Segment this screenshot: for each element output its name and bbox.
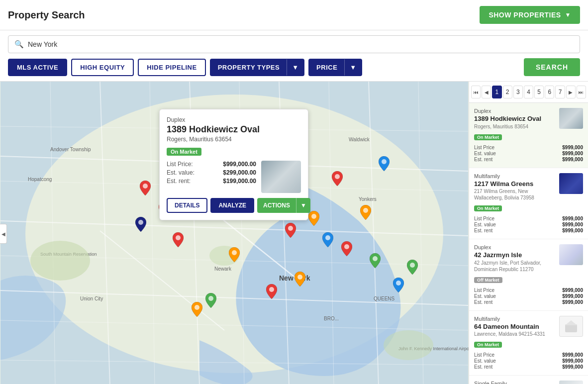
show-properties-button[interactable]: SHOW PROPERTIES ▼ <box>480 6 580 24</box>
map-pin[interactable] <box>393 278 404 294</box>
map-pin[interactable] <box>379 156 390 173</box>
map-pin[interactable] <box>229 247 240 264</box>
search-button[interactable]: SEARCH <box>524 58 580 76</box>
page-title: Property Search <box>8 9 85 21</box>
price-button[interactable]: PRICE <box>308 59 344 76</box>
card-list-price: List Price $999,000 <box>474 145 583 150</box>
map-pin[interactable] <box>266 284 277 301</box>
high-equity-button[interactable]: HIGH EQUITY <box>71 59 134 76</box>
map-pin[interactable] <box>360 205 371 222</box>
map-pin[interactable] <box>341 241 352 258</box>
map-pin[interactable] <box>135 217 146 234</box>
property-card[interactable]: Duplex 42 Jazrmyn Isle 42 Jazmyn Isle, P… <box>469 239 588 311</box>
card-badge: Off Market <box>474 277 502 283</box>
page-3-button[interactable]: 3 <box>513 86 523 98</box>
est-rent-label: Est. rent <box>474 157 492 162</box>
map-pin[interactable] <box>332 171 343 188</box>
map-pin[interactable] <box>173 232 184 249</box>
popup-image <box>261 161 301 193</box>
page-6-button[interactable]: 6 <box>545 86 554 98</box>
actions-dropdown[interactable]: ▼ <box>296 198 310 213</box>
svg-point-33 <box>30 241 90 281</box>
card-header: Multifamily 1217 Wilma Greens 217 Wilma … <box>474 173 583 214</box>
page-5-button[interactable]: 5 <box>534 86 544 98</box>
page-4-button[interactable]: 4 <box>524 86 533 98</box>
map-pin[interactable] <box>140 181 151 197</box>
svg-text:Hopatcong: Hopatcong <box>28 177 52 182</box>
card-image <box>559 244 583 265</box>
page-last-button[interactable]: ⏭ <box>577 86 586 98</box>
card-address: 217 Wilma Greens, New Wallaceberg, Boliv… <box>474 188 556 201</box>
hide-pipeline-button[interactable]: HIDE PIPELINE <box>138 59 205 76</box>
page-first-button[interactable]: ⏮ <box>471 86 481 98</box>
property-card[interactable]: Duplex 1389 Hodkiewicz Oval Rogers, Maur… <box>469 103 588 168</box>
list-price-value: $999,000 <box>562 352 583 358</box>
svg-point-46 <box>311 214 316 219</box>
filter-row: MLS ACTIVE HIGH EQUITY HIDE PIPELINE PRO… <box>0 53 588 82</box>
card-image <box>559 173 583 194</box>
svg-text:Andover Township: Andover Township <box>50 147 91 152</box>
details-button[interactable]: DETAILS <box>167 198 207 213</box>
card-est-value: Est. value $999,000 <box>474 358 583 364</box>
card-est-rent: Est. rent $999,000 <box>474 364 583 370</box>
map-pin[interactable] <box>322 232 333 249</box>
est-rent-label: Est. rent <box>474 364 492 370</box>
main-content: Andover Township Hopatcong Jefferson Wyc… <box>0 82 588 384</box>
price-dropdown[interactable]: ▼ <box>344 59 362 76</box>
card-type: Single Family <box>474 381 512 384</box>
est-rent-value: $999,000 <box>562 299 583 305</box>
popup-est-value: Est. value: $299,000.00 <box>167 169 256 176</box>
map-pin[interactable] <box>205 293 216 310</box>
property-card[interactable]: Multifamily 64 Dameon Mountain Lawrence,… <box>469 311 588 376</box>
map-pin[interactable] <box>370 253 381 270</box>
card-info: Multifamily 1217 Wilma Greens 217 Wilma … <box>474 173 556 214</box>
list-price-label: List Price <box>474 352 494 358</box>
page-prev-button[interactable]: ◀ <box>482 86 491 98</box>
card-badge: On Market <box>474 205 502 211</box>
list-price-label: List Price <box>474 288 494 293</box>
mls-active-button[interactable]: MLS ACTIVE <box>8 59 67 76</box>
svg-point-60 <box>335 174 340 179</box>
map-collapse-button[interactable]: ◀ <box>0 224 7 244</box>
actions-button[interactable]: ACTIONS <box>257 198 296 213</box>
map-pin[interactable] <box>285 223 296 240</box>
svg-text:Newark: Newark <box>214 266 232 272</box>
popup-list-price: List Price: $999,000.00 <box>167 161 256 168</box>
card-title: 1389 Hodkiewicz Oval <box>474 115 541 123</box>
card-info: Duplex 1389 Hodkiewicz Oval Rogers, Maur… <box>474 108 541 143</box>
card-est-value: Est. value $999,000 <box>474 293 583 299</box>
property-card[interactable]: Multifamily 1217 Wilma Greens 217 Wilma … <box>469 168 588 240</box>
map-pin[interactable] <box>308 211 319 228</box>
card-badge: On Market <box>474 342 502 348</box>
map-pin[interactable] <box>294 272 305 288</box>
header: Property Search SHOW PROPERTIES ▼ <box>0 0 588 30</box>
est-value-value: $999,000 <box>562 358 583 364</box>
page-1-button[interactable]: 1 <box>492 86 501 98</box>
svg-text:Union City: Union City <box>80 296 103 301</box>
analyze-button[interactable]: ANALYZE <box>210 198 254 213</box>
svg-text:QUEENS: QUEENS <box>374 296 395 301</box>
property-types-dropdown[interactable]: ▼ <box>287 59 304 76</box>
est-rent-label: Est. rent <box>474 228 492 233</box>
est-rent-value: $999,000 <box>562 157 583 162</box>
price-group: PRICE ▼ <box>308 59 362 76</box>
svg-point-61 <box>396 281 401 286</box>
property-types-button[interactable]: PROPERTY TYPES <box>210 59 287 76</box>
map-area[interactable]: Andover Township Hopatcong Jefferson Wyc… <box>0 82 469 384</box>
property-card[interactable]: Single Family 309 Klock St On Market Lis… <box>469 376 588 384</box>
est-value-label: Est. value <box>474 151 496 156</box>
card-address: Lawrence, Maldava 94215-4331 <box>474 331 545 337</box>
page-2-button[interactable]: 2 <box>503 86 512 98</box>
svg-point-35 <box>384 330 433 360</box>
map-pin[interactable] <box>192 302 202 319</box>
popup-est-rent: Est. rent: $199,000.00 <box>167 178 256 185</box>
search-icon: 🔍 <box>14 40 24 49</box>
est-rent-value: $999,000 <box>562 364 583 370</box>
svg-point-45 <box>288 226 293 231</box>
map-pin[interactable] <box>407 260 418 277</box>
search-input[interactable] <box>28 40 574 48</box>
page-next-button[interactable]: ▶ <box>566 86 576 98</box>
svg-point-50 <box>373 256 378 261</box>
svg-point-55 <box>195 305 199 310</box>
page-7-button[interactable]: 7 <box>555 86 565 98</box>
